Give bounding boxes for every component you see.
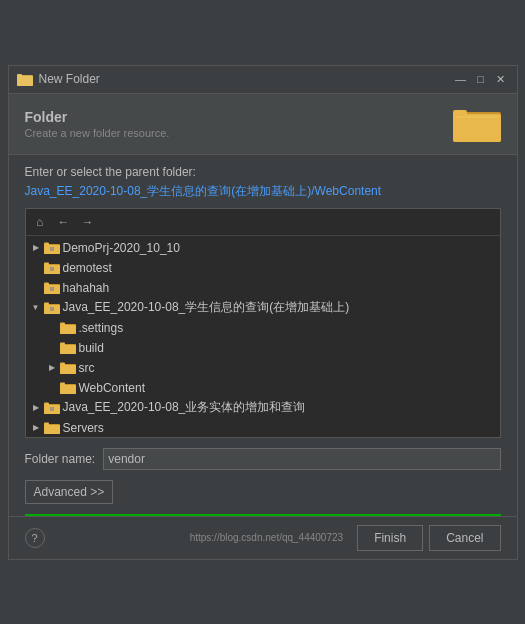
current-path: Java_EE_2020-10-08_学生信息的查询(在增加基础上)/WebCo…	[25, 183, 501, 200]
tree-arrow-icon: ▶	[46, 362, 58, 374]
tree-arrow-icon	[30, 262, 42, 274]
tree-folder-icon	[44, 261, 60, 275]
title-bar: New Folder — □ ✕	[9, 66, 517, 94]
title-bar-title: New Folder	[39, 72, 447, 86]
tree-folder-icon	[44, 401, 60, 415]
header-left: Folder Create a new folder resource.	[25, 109, 170, 139]
tree-item-label: .settings	[79, 321, 124, 335]
advanced-button[interactable]: Advanced >>	[25, 480, 114, 504]
tree-arrow-icon: ▶	[30, 422, 42, 434]
folder-name-label: Folder name:	[25, 452, 96, 466]
cancel-button[interactable]: Cancel	[429, 525, 500, 551]
maximize-button[interactable]: □	[473, 72, 489, 86]
tree-item[interactable]: ▶ Java_EE_2020-10-08_业务实体的增加和查询	[26, 398, 500, 418]
tree-item-label: Java_EE_2020-10-08_业务实体的增加和查询	[63, 399, 306, 416]
tree-folder-icon	[44, 421, 60, 435]
tree-item[interactable]: build	[26, 338, 500, 358]
forward-button[interactable]: →	[78, 212, 98, 232]
svg-rect-13	[50, 247, 54, 251]
tree-arrow-icon	[30, 282, 42, 294]
tree-folder-icon	[44, 281, 60, 295]
svg-rect-44	[60, 385, 76, 394]
tree-arrow-icon	[46, 322, 58, 334]
tree-item[interactable]: ▶ Servers	[26, 418, 500, 438]
tree-item-label: demotest	[63, 261, 112, 275]
advanced-section: Advanced >>	[25, 480, 501, 504]
tree-item-label: WebContent	[79, 381, 146, 395]
parent-folder-label: Enter or select the parent folder:	[25, 165, 501, 179]
tree-item[interactable]: .settings	[26, 318, 500, 338]
tree-folder-icon	[60, 361, 76, 375]
tree-toolbar: ⌂ ← →	[26, 209, 500, 236]
tree-folder-icon	[60, 341, 76, 355]
tree-item-label: build	[79, 341, 104, 355]
svg-rect-23	[50, 287, 54, 291]
folder-name-input[interactable]	[103, 448, 500, 470]
tree-arrow-icon: ▶	[30, 242, 42, 254]
tree-folder-icon	[60, 321, 76, 335]
tree-item[interactable]: ▼ Java_EE_2020-10-08_学生信息的查询(在增加基础上)	[26, 298, 500, 318]
svg-rect-18	[50, 267, 54, 271]
tree-arrow-icon	[46, 342, 58, 354]
folder-large-icon	[453, 104, 501, 144]
dialog-window: New Folder — □ ✕ Folder Create a new fol…	[8, 65, 518, 560]
back-button[interactable]: ←	[54, 212, 74, 232]
tree-item-label: DemoPrj-2020_10_10	[63, 241, 180, 255]
dialog-footer: ? https://blog.csdn.net/qq_44400723 Fini…	[9, 516, 517, 559]
svg-rect-32	[60, 325, 76, 334]
tree-arrow-icon	[46, 382, 58, 394]
header-section: Folder Create a new folder resource.	[9, 94, 517, 155]
tree-content: ▶ DemoPrj-2020_10_10 demotest hahahah▼	[26, 236, 500, 438]
tree-folder-icon	[44, 301, 60, 315]
tree-item[interactable]: hahahah	[26, 278, 500, 298]
tree-item[interactable]: WebContent	[26, 378, 500, 398]
tree-item[interactable]: ▶ DemoPrj-2020_10_10	[26, 238, 500, 258]
svg-rect-8	[455, 116, 499, 118]
help-button[interactable]: ?	[25, 528, 45, 548]
tree-arrow-icon: ▶	[30, 402, 42, 414]
footer-url: https://blog.csdn.net/qq_44400723	[190, 532, 343, 543]
svg-rect-36	[60, 345, 76, 354]
tree-item[interactable]: demotest	[26, 258, 500, 278]
tree-item-label: hahahah	[63, 281, 110, 295]
svg-rect-7	[453, 114, 501, 142]
tree-folder-icon	[60, 381, 76, 395]
tree-item-label: Java_EE_2020-10-08_学生信息的查询(在增加基础上)	[63, 299, 350, 316]
svg-rect-49	[50, 407, 54, 411]
home-button[interactable]: ⌂	[30, 212, 50, 232]
tree-container[interactable]: ⌂ ← → ▶ DemoPrj-2020_10_10 demotest	[25, 208, 501, 438]
svg-rect-53	[44, 425, 60, 434]
close-button[interactable]: ✕	[493, 72, 509, 86]
header-subtitle: Create a new folder resource.	[25, 127, 170, 139]
finish-button[interactable]: Finish	[357, 525, 423, 551]
header-title: Folder	[25, 109, 170, 125]
folder-name-row: Folder name:	[25, 448, 501, 470]
svg-rect-28	[50, 307, 54, 311]
tree-arrow-icon: ▼	[30, 302, 42, 314]
tree-item-label: src	[79, 361, 95, 375]
title-bar-controls: — □ ✕	[453, 72, 509, 86]
svg-rect-3	[17, 76, 33, 86]
dialog-body: Enter or select the parent folder: Java_…	[9, 155, 517, 514]
tree-item-label: Servers	[63, 421, 104, 435]
tree-item[interactable]: ▶ src	[26, 358, 500, 378]
tree-folder-icon	[44, 241, 60, 255]
svg-rect-40	[60, 365, 76, 374]
title-bar-icon	[17, 71, 33, 87]
minimize-button[interactable]: —	[453, 72, 469, 86]
